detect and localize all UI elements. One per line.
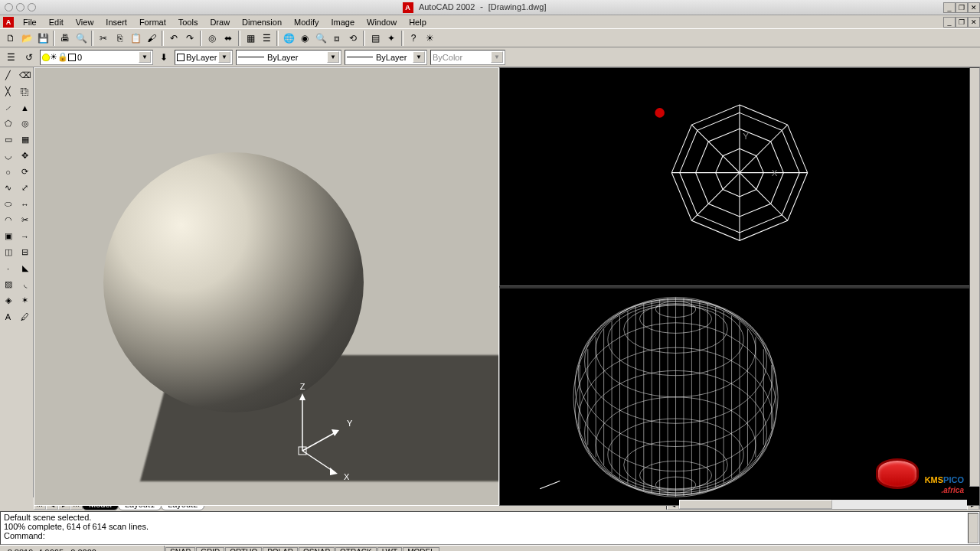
- match-properties-icon[interactable]: 🖌: [144, 31, 159, 46]
- trim-icon[interactable]: ✂: [17, 212, 33, 228]
- menu-help[interactable]: Help: [403, 18, 433, 27]
- osnap-toggle[interactable]: OSNAP: [299, 547, 335, 552]
- ucs-tool-icon[interactable]: 🌐: [281, 31, 296, 46]
- menu-file[interactable]: File: [17, 18, 43, 27]
- break-icon[interactable]: ⊟: [17, 244, 33, 260]
- zoom-realtime-icon[interactable]: 🔍: [313, 31, 328, 46]
- cut-icon[interactable]: ✂: [96, 31, 111, 46]
- polygon-icon[interactable]: ⬠: [0, 116, 16, 132]
- chamfer-icon[interactable]: ◣: [17, 260, 33, 276]
- layer-previous-icon[interactable]: ↺: [21, 50, 37, 65]
- lineweight-dropdown[interactable]: ByLayer: [345, 50, 427, 65]
- close-icon[interactable]: ✕: [968, 17, 980, 28]
- mirror-icon[interactable]: ▲: [17, 99, 33, 116]
- mtext-icon[interactable]: A: [0, 308, 16, 324]
- today-icon[interactable]: ☀: [422, 31, 437, 46]
- pan-icon[interactable]: ⬌: [220, 31, 236, 46]
- save-icon[interactable]: 💾: [35, 31, 51, 46]
- circle-icon[interactable]: ○: [0, 164, 16, 180]
- menu-tools[interactable]: Tools: [172, 18, 204, 27]
- ellipse-arc-icon[interactable]: ◠: [0, 212, 16, 228]
- linetype-dropdown[interactable]: ByLayer: [236, 50, 341, 65]
- zoom-window-icon[interactable]: ⧈: [329, 31, 345, 46]
- menu-draw[interactable]: Draw: [204, 18, 236, 27]
- print-icon[interactable]: 🖶: [57, 31, 73, 46]
- fillet-icon[interactable]: ◟: [17, 276, 33, 292]
- paste-icon[interactable]: 📋: [128, 31, 143, 46]
- rectangle-icon[interactable]: ▭: [0, 132, 16, 148]
- named-views-icon[interactable]: ◉: [297, 31, 312, 46]
- command-scrollbar[interactable]: [968, 513, 978, 543]
- print-preview-icon[interactable]: 🔍: [74, 31, 89, 46]
- properties-icon[interactable]: ☰: [259, 31, 274, 46]
- menu-format[interactable]: Format: [133, 18, 172, 27]
- coordinate-display[interactable]: -8.8819, 4.9665 , 0.0000: [0, 546, 165, 551]
- arc-icon[interactable]: ◡: [0, 148, 16, 164]
- pline-icon[interactable]: ⟋: [0, 99, 16, 116]
- copy-object-icon[interactable]: ⿻: [17, 83, 33, 99]
- menu-view[interactable]: View: [70, 18, 100, 27]
- array-icon[interactable]: ▦: [17, 132, 33, 148]
- line-icon[interactable]: ╱: [0, 67, 16, 83]
- menu-image[interactable]: Image: [325, 18, 361, 27]
- layer-dropdown[interactable]: ☀ 🔒 0: [40, 50, 153, 65]
- color-dropdown[interactable]: ByLayer: [175, 50, 233, 65]
- make-layer-current-icon[interactable]: ⬇: [156, 50, 172, 65]
- offset-icon[interactable]: ◎: [17, 116, 33, 132]
- plotstyle-dropdown[interactable]: ByColor: [430, 50, 505, 65]
- zoom-previous-icon[interactable]: ⟲: [345, 31, 361, 46]
- menu-edit[interactable]: Edit: [43, 18, 70, 27]
- menu-modify[interactable]: Modify: [288, 18, 325, 27]
- open-icon[interactable]: 📂: [19, 31, 34, 46]
- ellipse-icon[interactable]: ⬭: [0, 196, 16, 212]
- hatch-icon[interactable]: ▨: [0, 276, 16, 292]
- render-icon[interactable]: ✦: [384, 31, 399, 46]
- insert-block-icon[interactable]: ▣: [0, 228, 16, 244]
- new-icon[interactable]: 🗋: [3, 31, 18, 46]
- make-block-icon[interactable]: ◫: [0, 244, 16, 260]
- move-icon[interactable]: ✥: [17, 148, 33, 164]
- lwt-toggle[interactable]: LWT: [377, 547, 402, 552]
- spline-icon[interactable]: ∿: [0, 180, 16, 196]
- polar-toggle[interactable]: POLAR: [263, 547, 298, 552]
- undo-icon[interactable]: ↶: [166, 31, 181, 46]
- copy-icon[interactable]: ⎘: [112, 31, 127, 46]
- grid-toggle[interactable]: GRID: [196, 547, 224, 552]
- horizontal-scrollbar[interactable]: ◀ ▶: [666, 499, 980, 510]
- mdi-minimize-icon[interactable]: _: [943, 2, 956, 13]
- menu-insert[interactable]: Insert: [100, 18, 133, 27]
- point-icon[interactable]: ·: [0, 260, 16, 276]
- stretch-icon[interactable]: ↔: [17, 196, 33, 212]
- mdi-close-icon[interactable]: ✕: [968, 2, 980, 13]
- otrack-toggle[interactable]: OTRACK: [335, 547, 377, 552]
- app-menu-icon[interactable]: A: [3, 17, 14, 28]
- ortho-toggle[interactable]: ORTHO: [225, 547, 262, 552]
- dbconnect-icon[interactable]: ▤: [368, 31, 383, 46]
- erase-icon[interactable]: ⌫: [17, 67, 33, 83]
- menu-window[interactable]: Window: [361, 18, 403, 27]
- region-icon[interactable]: ◈: [0, 292, 16, 308]
- adcenter-icon[interactable]: ▦: [243, 31, 258, 46]
- viewport-top-wireframe[interactable]: Y X: [499, 67, 980, 286]
- rotate-icon[interactable]: ⟳: [17, 164, 33, 180]
- extend-icon[interactable]: →: [17, 228, 33, 244]
- viewport-iso-wireframe[interactable]: KMSPICO .africa: [499, 286, 980, 507]
- mdi-restore-icon[interactable]: ❐: [956, 2, 968, 13]
- snap-toggle[interactable]: SNAP: [165, 547, 195, 552]
- scale-icon[interactable]: ⤢: [17, 180, 33, 196]
- help-icon[interactable]: ?: [406, 31, 421, 46]
- menu-dimension[interactable]: Dimension: [236, 18, 288, 27]
- command-window[interactable]: Default scene selected. 100% complete, 6…: [0, 511, 980, 545]
- redo-icon[interactable]: ↷: [182, 31, 198, 46]
- command-prompt[interactable]: Command:: [4, 531, 976, 540]
- xline-icon[interactable]: ╳: [0, 83, 16, 99]
- temppoint-icon[interactable]: ◎: [204, 31, 220, 46]
- model-toggle[interactable]: MODEL: [403, 547, 439, 552]
- paint-icon[interactable]: 🖊: [17, 308, 33, 324]
- viewport-rendered[interactable]: Z Y X: [34, 67, 499, 506]
- minimize-icon[interactable]: _: [943, 17, 956, 28]
- maximize-icon[interactable]: ❐: [956, 17, 968, 28]
- vertical-scrollbar[interactable]: [969, 67, 980, 487]
- explode-icon[interactable]: ✶: [17, 292, 33, 308]
- layer-manager-icon[interactable]: ☰: [3, 50, 18, 65]
